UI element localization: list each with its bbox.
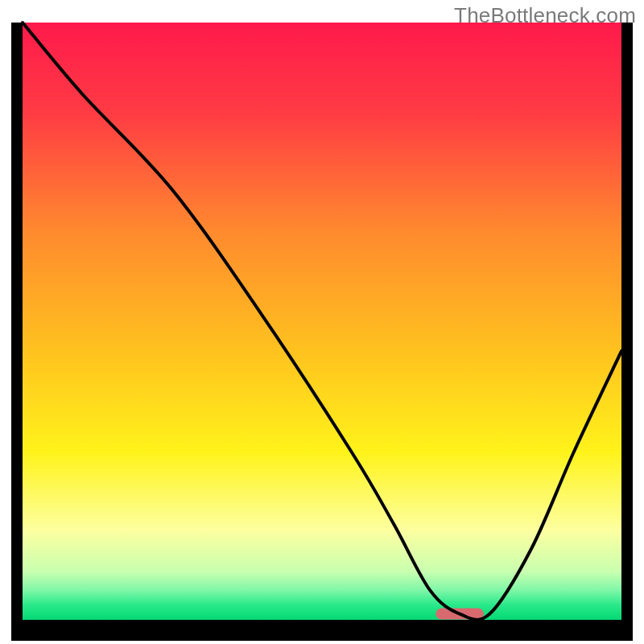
frame-left [11,23,23,641]
plot-background [23,23,621,620]
frame-bottom [11,620,633,641]
chart-svg [0,0,644,644]
watermark-text: TheBottleneck.com [454,3,636,28]
bottleneck-chart: TheBottleneck.com [0,0,644,644]
frame-right [621,23,633,641]
